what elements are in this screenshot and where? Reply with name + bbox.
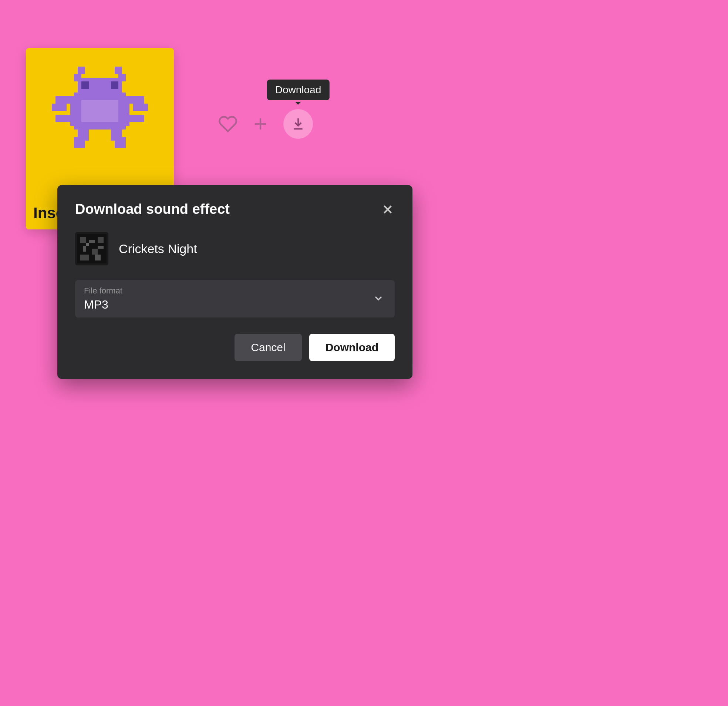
svg-rect-34	[80, 255, 89, 260]
svg-rect-31	[83, 246, 86, 252]
svg-rect-36	[86, 243, 89, 246]
sound-item: Crickets Night	[75, 232, 395, 265]
thumbnail-image	[77, 234, 107, 263]
sound-name: Crickets Night	[119, 242, 197, 256]
modal-header: Download sound effect	[75, 201, 395, 217]
svg-rect-28	[80, 237, 86, 243]
sound-thumbnail	[75, 232, 108, 265]
close-modal-button[interactable]	[381, 203, 395, 217]
svg-rect-29	[89, 240, 95, 243]
modal-title: Download sound effect	[75, 201, 230, 217]
svg-rect-33	[98, 246, 104, 249]
cancel-button[interactable]: Cancel	[234, 334, 302, 361]
close-icon	[381, 203, 395, 217]
download-modal: Download sound effect	[57, 185, 412, 379]
modal-actions: Cancel Download	[75, 334, 395, 361]
svg-rect-30	[98, 237, 104, 243]
download-button[interactable]: Download	[309, 334, 395, 361]
modal-overlay: Download sound effect	[0, 0, 728, 706]
svg-rect-32	[92, 249, 98, 255]
file-format-value: MP3	[84, 298, 386, 311]
file-format-select[interactable]: File format MP3	[75, 280, 395, 317]
file-format-label: File format	[84, 286, 386, 296]
chevron-down-icon	[373, 292, 384, 306]
svg-rect-35	[95, 255, 101, 260]
format-section: File format MP3	[75, 280, 395, 317]
